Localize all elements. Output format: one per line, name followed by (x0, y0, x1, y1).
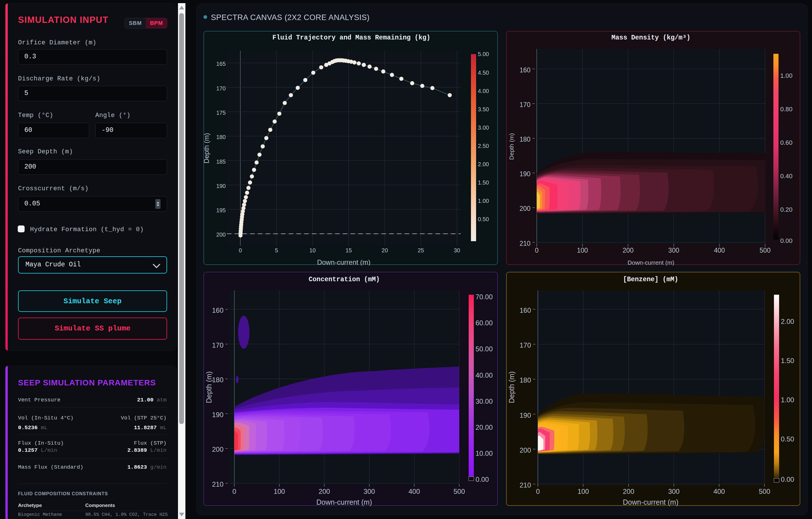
svg-text:0: 0 (536, 488, 540, 495)
svg-text:20: 20 (382, 247, 388, 254)
svg-text:200: 200 (623, 488, 634, 495)
svg-text:180: 180 (216, 134, 226, 140)
svg-text:Concentration (mM): Concentration (mM) (309, 276, 380, 283)
svg-text:20.00: 20.00 (475, 424, 493, 431)
svg-text:200: 200 (622, 247, 634, 254)
svg-text:500: 500 (759, 488, 770, 495)
svg-text:10: 10 (309, 247, 316, 254)
svg-text:0.60: 0.60 (780, 139, 792, 146)
svg-text:Depth (m): Depth (m) (508, 133, 515, 160)
svg-text:0: 0 (232, 488, 236, 495)
svg-text:400: 400 (409, 488, 420, 495)
svg-text:195: 195 (216, 207, 226, 213)
svg-text:25: 25 (418, 247, 424, 254)
svg-text:180: 180 (212, 376, 224, 384)
svg-text:170: 170 (216, 85, 226, 91)
svg-text:190: 190 (216, 183, 226, 189)
svg-text:0.00: 0.00 (780, 237, 792, 244)
svg-text:[Benzene] (mM): [Benzene] (mM) (623, 276, 678, 283)
svg-text:175: 175 (216, 110, 226, 116)
svg-text:210: 210 (520, 481, 531, 489)
svg-text:0: 0 (535, 247, 539, 254)
svg-text:170: 170 (520, 341, 531, 349)
svg-text:30.00: 30.00 (475, 397, 493, 405)
svg-text:300: 300 (668, 488, 679, 495)
svg-text:210: 210 (212, 480, 224, 488)
svg-text:30: 30 (454, 247, 460, 254)
svg-text:165: 165 (216, 61, 226, 67)
svg-text:15: 15 (345, 247, 352, 254)
svg-text:1.00: 1.00 (478, 198, 489, 204)
svg-text:160: 160 (520, 66, 530, 74)
svg-text:200: 200 (318, 488, 330, 495)
svg-text:3.50: 3.50 (478, 106, 489, 112)
svg-text:190: 190 (520, 411, 531, 419)
svg-text:10.00: 10.00 (475, 450, 493, 457)
svg-text:400: 400 (714, 488, 725, 495)
svg-text:200: 200 (520, 205, 530, 212)
svg-text:180: 180 (520, 136, 530, 143)
svg-text:200: 200 (520, 446, 531, 454)
svg-text:2.00: 2.00 (781, 318, 794, 325)
svg-text:100: 100 (273, 488, 285, 495)
svg-text:Depth (m): Depth (m) (508, 371, 516, 403)
svg-text:50.00: 50.00 (475, 345, 493, 353)
svg-text:100: 100 (577, 488, 589, 495)
svg-text:210: 210 (520, 240, 530, 247)
svg-text:1.00: 1.00 (780, 72, 792, 79)
svg-text:0.50: 0.50 (478, 216, 489, 222)
svg-text:170: 170 (212, 341, 224, 349)
svg-text:1.00: 1.00 (781, 396, 794, 404)
svg-text:Depth (m): Depth (m) (204, 133, 210, 164)
svg-text:5.00: 5.00 (478, 51, 489, 57)
svg-text:Down-current (m): Down-current (m) (316, 498, 372, 506)
svg-text:Mass Density (kg/m³): Mass Density (kg/m³) (611, 34, 690, 41)
svg-text:70.00: 70.00 (475, 293, 493, 301)
svg-text:160: 160 (212, 307, 224, 314)
svg-text:0.40: 0.40 (780, 173, 792, 180)
svg-text:1.50: 1.50 (781, 357, 794, 365)
svg-text:0.80: 0.80 (780, 106, 792, 113)
svg-text:0.20: 0.20 (780, 206, 792, 213)
svg-text:0.00: 0.00 (475, 475, 489, 483)
svg-text:200: 200 (216, 231, 226, 238)
svg-text:0.00: 0.00 (781, 475, 794, 483)
svg-text:0: 0 (239, 247, 242, 254)
svg-text:190: 190 (212, 411, 224, 419)
svg-text:170: 170 (520, 101, 530, 109)
svg-text:100: 100 (577, 247, 588, 254)
svg-text:400: 400 (714, 247, 725, 254)
svg-text:Down-current (m): Down-current (m) (317, 258, 371, 265)
svg-text:160: 160 (520, 307, 531, 314)
svg-text:Fluid Trajectory and Mass Rema: Fluid Trajectory and Mass Remaining (kg) (272, 34, 430, 41)
svg-text:190: 190 (520, 170, 530, 178)
svg-text:200: 200 (212, 445, 224, 453)
svg-text:300: 300 (364, 488, 375, 495)
svg-text:1.50: 1.50 (478, 179, 489, 186)
svg-text:60.00: 60.00 (475, 319, 493, 327)
svg-text:40.00: 40.00 (475, 371, 493, 379)
svg-text:180: 180 (520, 376, 531, 384)
svg-text:185: 185 (216, 158, 226, 165)
svg-text:2.00: 2.00 (478, 161, 489, 167)
svg-text:500: 500 (760, 247, 771, 254)
svg-text:Depth (m): Depth (m) (205, 371, 213, 403)
svg-text:4.50: 4.50 (478, 69, 489, 76)
svg-text:500: 500 (454, 488, 465, 495)
svg-text:Down-current (m): Down-current (m) (628, 259, 674, 265)
svg-text:5: 5 (275, 247, 278, 254)
svg-text:2.50: 2.50 (478, 143, 489, 149)
svg-text:Down-current (m): Down-current (m) (623, 498, 678, 506)
svg-text:3.00: 3.00 (478, 124, 489, 131)
svg-text:0.50: 0.50 (781, 435, 794, 443)
svg-text:300: 300 (668, 247, 679, 254)
svg-text:4.00: 4.00 (478, 88, 489, 94)
